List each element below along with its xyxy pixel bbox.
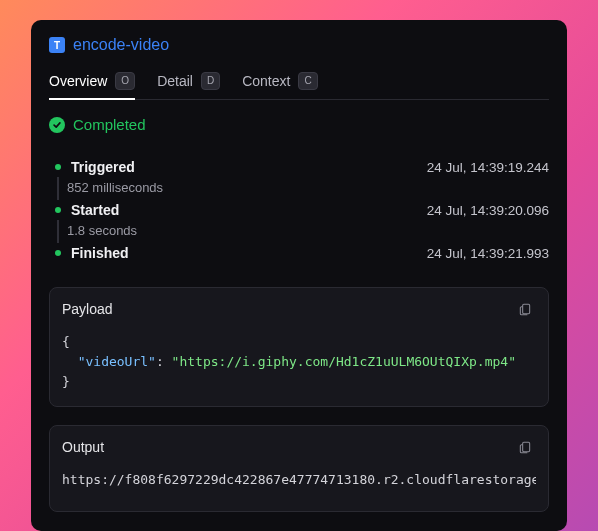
title-badge-icon: T [49, 37, 65, 53]
timeline-duration: 852 milliseconds [57, 177, 549, 200]
status-label: Completed [73, 116, 146, 133]
timeline-label: Finished [71, 245, 129, 261]
dot-icon [55, 250, 61, 256]
payload-card: Payload { "videoUrl": "https://i.giphy.c… [49, 287, 549, 407]
timeline-row-triggered: Triggered 24 Jul, 14:39:19.244 [49, 157, 549, 177]
panel-title-row: T encode-video [49, 36, 549, 54]
job-detail-panel: T encode-video Overview O Detail D Conte… [31, 20, 567, 531]
timeline-label: Started [71, 202, 119, 218]
timeline-label: Triggered [71, 159, 135, 175]
timeline-duration: 1.8 seconds [57, 220, 549, 243]
copy-button[interactable] [514, 436, 536, 458]
card-title: Output [62, 439, 104, 455]
card-title: Payload [62, 301, 113, 317]
check-circle-icon [49, 117, 65, 133]
tab-shortcut-key: D [201, 72, 220, 90]
timeline: Triggered 24 Jul, 14:39:19.244 852 milli… [49, 157, 549, 263]
tab-label: Overview [49, 73, 107, 89]
timeline-row-finished: Finished 24 Jul, 14:39:21.993 [49, 243, 549, 263]
status-row: Completed [49, 116, 549, 133]
tab-context[interactable]: Context C [242, 68, 317, 100]
timeline-row-started: Started 24 Jul, 14:39:20.096 [49, 200, 549, 220]
page-title: encode-video [73, 36, 169, 54]
output-code-block[interactable]: https://f808f6297229dc422867e47774713180… [62, 468, 536, 498]
clipboard-icon [518, 440, 532, 454]
tabs: Overview O Detail D Context C [49, 68, 549, 100]
tab-overview[interactable]: Overview O [49, 68, 135, 100]
payload-code-block[interactable]: { "videoUrl": "https://i.giphy.com/Hd1cZ… [62, 330, 536, 394]
timeline-timestamp: 24 Jul, 14:39:19.244 [427, 160, 549, 175]
dot-icon [55, 207, 61, 213]
output-card: Output https://f808f6297229dc422867e4777… [49, 425, 549, 511]
tab-label: Detail [157, 73, 193, 89]
tab-label: Context [242, 73, 290, 89]
svg-rect-1 [523, 443, 530, 452]
tab-shortcut-key: C [298, 72, 317, 90]
copy-button[interactable] [514, 298, 536, 320]
clipboard-icon [518, 302, 532, 316]
svg-rect-0 [523, 304, 530, 313]
tab-shortcut-key: O [115, 72, 135, 90]
dot-icon [55, 164, 61, 170]
timeline-timestamp: 24 Jul, 14:39:20.096 [427, 203, 549, 218]
tab-detail[interactable]: Detail D [157, 68, 220, 100]
timeline-timestamp: 24 Jul, 14:39:21.993 [427, 246, 549, 261]
